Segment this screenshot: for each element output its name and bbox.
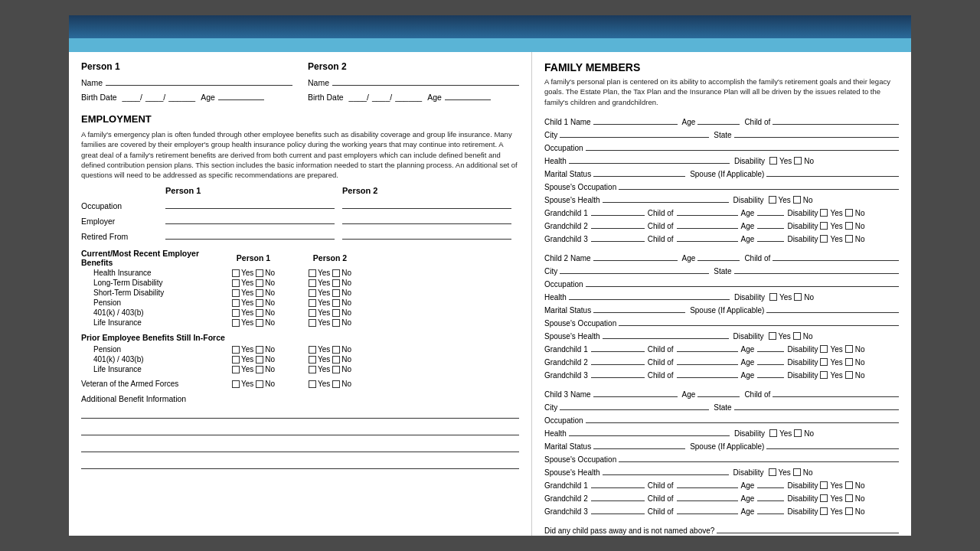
c3-gc2-childof[interactable]: [677, 491, 738, 501]
p1-health-yes-box[interactable]: [232, 269, 240, 277]
person2-name-field[interactable]: [332, 75, 519, 86]
c3-gc1-yes[interactable]: [820, 481, 828, 489]
p2-std-yes-box[interactable]: [309, 289, 316, 297]
child3-age-field[interactable]: [697, 387, 740, 397]
c1-gc1-childof-field[interactable]: [677, 206, 738, 216]
child2-dis-no-box[interactable]: [794, 293, 802, 301]
child1-state-field[interactable]: [734, 128, 899, 138]
p1-pr-pension-yes-box[interactable]: [232, 346, 240, 354]
p1-vet-no-box[interactable]: [256, 380, 263, 388]
p1-life-no-box[interactable]: [256, 319, 263, 327]
child2-name-field[interactable]: [593, 251, 678, 261]
c2-gc2-age[interactable]: [757, 355, 784, 365]
p1-401k-no-box[interactable]: [256, 309, 263, 317]
p2-pr-401k-no-box[interactable]: [332, 356, 340, 364]
c2-gc3-age[interactable]: [757, 368, 784, 378]
p2-retired-field[interactable]: [342, 229, 511, 240]
c1-gc3-age-field[interactable]: [757, 232, 784, 242]
child2-sp-yes-box[interactable]: [769, 332, 776, 340]
person1-name-field[interactable]: [106, 75, 292, 86]
child1-childof-field[interactable]: [773, 115, 899, 125]
child3-marital-field[interactable]: [593, 439, 685, 449]
c2-gc3-yes[interactable]: [820, 371, 828, 379]
p2-pension-yes-box[interactable]: [309, 299, 316, 307]
c1-gc1-no-box[interactable]: [845, 209, 853, 217]
child2-occ-field[interactable]: [586, 277, 899, 287]
c3-gc3-childof[interactable]: [677, 504, 738, 514]
c1-gc3-no-box[interactable]: [845, 235, 853, 243]
child1-marital-field[interactable]: [593, 167, 685, 177]
c1-gc2-yes-box[interactable]: [820, 222, 828, 230]
child1-occ-field[interactable]: [586, 141, 899, 151]
c2-gc3-childof[interactable]: [677, 368, 738, 378]
p1-pr-401k-no-box[interactable]: [256, 356, 263, 364]
p2-health-yes-box[interactable]: [309, 269, 316, 277]
p2-std-no-box[interactable]: [332, 289, 340, 297]
child1-health-field[interactable]: [569, 154, 730, 164]
c3-gc1-age[interactable]: [757, 478, 784, 488]
child3-sp-yes-box[interactable]: [769, 468, 776, 476]
person2-age-field[interactable]: [445, 90, 491, 100]
p1-ltd-no-box[interactable]: [256, 279, 263, 287]
c3-gc1-name[interactable]: [591, 478, 645, 488]
child3-state-field[interactable]: [734, 400, 899, 410]
c2-gc1-name[interactable]: [591, 342, 645, 352]
p1-health-no-box[interactable]: [256, 269, 263, 277]
c3-gc2-name[interactable]: [591, 491, 645, 501]
c3-gc3-age[interactable]: [757, 504, 784, 514]
child3-dis-no-box[interactable]: [794, 429, 802, 437]
c3-gc3-name[interactable]: [591, 504, 645, 514]
child2-spouse-field[interactable]: [766, 303, 899, 313]
p1-retired-field[interactable]: [165, 229, 335, 240]
child2-childof-field[interactable]: [773, 251, 899, 261]
child1-city-field[interactable]: [560, 128, 709, 138]
child3-occ-field[interactable]: [586, 413, 899, 423]
p2-pr-401k-yes-box[interactable]: [309, 356, 316, 364]
p1-employer-field[interactable]: [165, 214, 335, 224]
child3-city-field[interactable]: [560, 400, 709, 410]
child1-age-field[interactable]: [697, 115, 740, 125]
p2-ltd-no-box[interactable]: [332, 279, 340, 287]
child2-dis-yes-box[interactable]: [769, 293, 777, 301]
c2-gc2-no[interactable]: [845, 358, 853, 366]
p1-std-yes-box[interactable]: [232, 289, 240, 297]
child2-sp-no-box[interactable]: [793, 332, 801, 340]
c1-gc1-age-field[interactable]: [757, 206, 784, 216]
c3-gc1-no[interactable]: [845, 481, 853, 489]
p2-occupation-field[interactable]: [342, 198, 511, 209]
p2-ltd-yes-box[interactable]: [309, 279, 316, 287]
child3-childof-field[interactable]: [773, 387, 899, 397]
p2-pr-life-no-box[interactable]: [332, 366, 340, 373]
c3-gc2-age[interactable]: [757, 491, 784, 501]
p2-vet-yes-box[interactable]: [309, 380, 316, 388]
c3-gc3-yes[interactable]: [820, 507, 828, 515]
addl-line-2[interactable]: [81, 425, 519, 435]
child2-sphealth-field[interactable]: [603, 329, 729, 339]
c3-gc2-yes[interactable]: [820, 494, 828, 502]
p2-vet-no-box[interactable]: [332, 380, 340, 388]
c2-gc2-childof[interactable]: [677, 355, 738, 365]
child2-health-field[interactable]: [569, 290, 730, 300]
c3-gc1-childof[interactable]: [677, 478, 738, 488]
p2-life-no-box[interactable]: [332, 319, 340, 327]
child3-spocc-field[interactable]: [619, 452, 899, 462]
child1-name-field[interactable]: [593, 115, 678, 125]
c1-gc1-name-field[interactable]: [591, 206, 645, 216]
c2-gc1-age[interactable]: [757, 342, 784, 352]
p2-401k-yes-box[interactable]: [309, 309, 316, 317]
child3-sphealth-field[interactable]: [603, 465, 729, 475]
p1-pr-401k-yes-box[interactable]: [232, 356, 240, 364]
c1-gc2-age-field[interactable]: [757, 219, 784, 229]
c3-gc3-no[interactable]: [845, 507, 853, 515]
child3-health-field[interactable]: [569, 426, 730, 436]
p2-pr-pension-yes-box[interactable]: [309, 346, 316, 354]
p1-occupation-field[interactable]: [165, 198, 335, 209]
c2-gc3-no[interactable]: [845, 371, 853, 379]
p1-ltd-yes-box[interactable]: [232, 279, 240, 287]
c1-gc2-name-field[interactable]: [591, 219, 645, 229]
p1-pr-life-yes-box[interactable]: [232, 366, 240, 373]
c3-gc2-no[interactable]: [845, 494, 853, 502]
p1-life-yes-box[interactable]: [232, 319, 240, 327]
child1-spouse-field[interactable]: [766, 167, 899, 177]
c1-gc2-no-box[interactable]: [845, 222, 853, 230]
